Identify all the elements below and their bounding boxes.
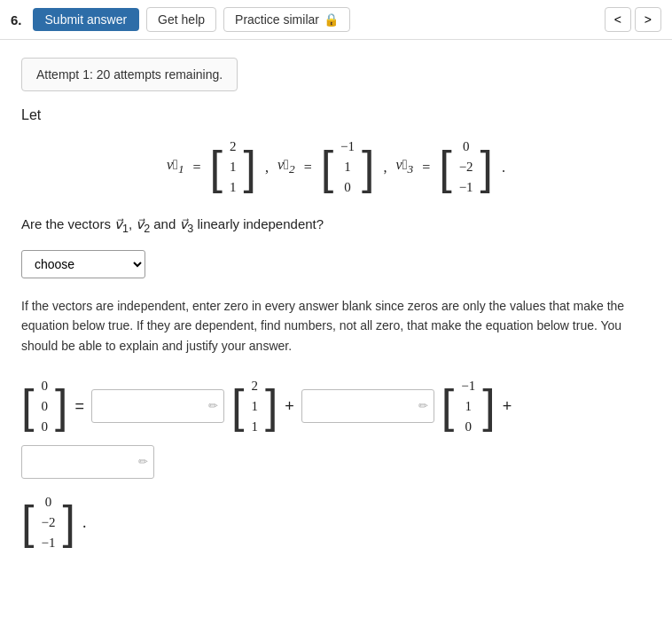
v1-ans-values: 2 1 1: [246, 375, 263, 438]
right-bracket-v3: ]: [481, 145, 493, 191]
lock-icon: 🔒: [324, 12, 339, 27]
input-wrap-1[interactable]: ✏: [91, 389, 224, 423]
v3-bot-left: [: [21, 499, 34, 545]
left-bracket-v2: [: [321, 145, 333, 191]
independence-dropdown[interactable]: choose Yes No: [21, 250, 145, 278]
right-bracket: ]: [244, 145, 256, 191]
prev-button[interactable]: <: [605, 7, 631, 32]
vectors-display: v⃗1 = [ 2 1 1 ] , v⃗2 = [ −1: [21, 136, 651, 199]
navigation-buttons: < >: [605, 7, 661, 32]
plus-2: +: [503, 397, 512, 416]
get-help-button[interactable]: Get help: [146, 7, 216, 32]
period: .: [82, 513, 87, 532]
v2-ans-left: [: [441, 383, 454, 429]
v2-values: −1 1 0: [335, 136, 360, 199]
v1-matrix: [ 2 1 1 ]: [210, 136, 256, 199]
v1-answer-matrix: [ 2 1 1 ]: [231, 375, 277, 438]
answer-input-1[interactable]: [91, 389, 224, 423]
submit-button[interactable]: Submit answer: [33, 8, 140, 31]
v3-matrix: [ 0 −2 −1 ]: [439, 136, 493, 199]
toolbar: 6. Submit answer Get help Practice simil…: [0, 0, 672, 40]
v1-label: v⃗1: [167, 157, 184, 176]
left-bracket-v3: [: [439, 145, 451, 191]
next-button[interactable]: >: [635, 7, 661, 32]
answer-input-3[interactable]: [21, 445, 154, 479]
question-number: 6.: [11, 12, 22, 27]
dropdown-container[interactable]: choose Yes No: [21, 250, 651, 278]
v3-values: 0 −2 −1: [454, 136, 479, 199]
answer-equation-row: [ 0 0 0 ] = ✏ [ 2 1 1 ] +: [21, 375, 651, 479]
zero-values: 0 0 0: [35, 375, 53, 438]
v3-label: v⃗3: [396, 157, 414, 176]
let-label: Let: [21, 107, 651, 123]
bottom-matrix-row: [ 0 −2 −1 ] .: [21, 488, 651, 554]
v2-matrix: [ −1 1 0 ]: [321, 136, 375, 199]
vector-equation: v⃗1 = [ 2 1 1 ] , v⃗2 = [ −1: [167, 136, 505, 199]
zero-vector: [ 0 0 0 ]: [21, 375, 67, 438]
v2-ans-right: ]: [482, 383, 495, 429]
input-wrap-3[interactable]: ✏: [21, 445, 154, 479]
v3-bot-right: ]: [62, 499, 74, 545]
input-wrap-2[interactable]: ✏: [301, 389, 434, 423]
attempt-info: Attempt 1: 20 attempts remaining.: [21, 58, 238, 91]
content-area: Attempt 1: 20 attempts remaining. Let v⃗…: [0, 40, 672, 572]
v2-answer-matrix: [ −1 1 0 ]: [441, 375, 496, 438]
answer-input-2[interactable]: [301, 389, 434, 423]
v3-bottom-values: 0 −2 −1: [35, 491, 60, 554]
left-bracket: [: [210, 145, 223, 191]
v1-ans-left: [: [231, 383, 244, 429]
plus-1: +: [285, 397, 294, 416]
instruction-text: If the vectors are independent, enter ze…: [21, 296, 651, 356]
question-text: Are the vectors v⃗1, v⃗2 and v⃗3 linearl…: [21, 215, 651, 238]
v2-ans-values: −1 1 0: [456, 375, 481, 438]
v1-ans-right: ]: [265, 383, 277, 429]
equals-sign: =: [74, 397, 84, 416]
zero-right-bracket: ]: [55, 383, 67, 429]
practice-similar-button[interactable]: Practice similar 🔒: [223, 7, 350, 32]
v3-bottom-matrix: [ 0 −2 −1 ]: [21, 491, 75, 554]
zero-left-bracket: [: [21, 383, 34, 429]
v2-label: v⃗2: [277, 157, 295, 176]
right-bracket-v2: ]: [362, 145, 374, 191]
v1-values: 2 1 1: [224, 136, 242, 199]
